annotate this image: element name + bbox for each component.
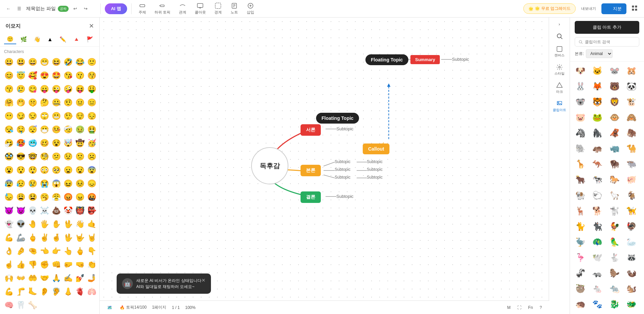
emoji-item[interactable]: 😲 — [27, 165, 38, 178]
emoji-item[interactable]: 😂 — [74, 57, 86, 70]
emoji-item[interactable]: 🦶 — [27, 286, 38, 299]
emoji-item[interactable]: 😢 — [27, 178, 38, 191]
emoji-item[interactable]: 😪 — [3, 124, 15, 137]
relation-button[interactable]: 관계 — [176, 1, 189, 16]
clipart-item[interactable]: 🐕 — [591, 205, 604, 217]
clipart-item[interactable]: 🐏 — [574, 189, 587, 202]
emoji-item[interactable]: 💪 — [3, 232, 15, 245]
clipart-item[interactable]: 🐄 — [591, 173, 604, 186]
emoji-item[interactable]: 🤒 — [51, 124, 62, 137]
emoji-item[interactable]: 🤏 — [27, 246, 38, 259]
emoji-item[interactable]: 🖐️ — [39, 219, 50, 232]
emoji-item[interactable]: 💅 — [74, 273, 86, 286]
emoji-item[interactable]: 🥺 — [51, 165, 62, 178]
emoji-item[interactable]: 🫁 — [86, 286, 97, 299]
emoji-item[interactable]: 👺 — [86, 205, 97, 218]
emoji-item[interactable]: 🤩 — [51, 70, 62, 83]
emoji-item[interactable]: 😟 — [63, 151, 74, 164]
clipart-item[interactable]: 🐓 — [608, 220, 621, 233]
emoji-item[interactable]: 🤞 — [51, 232, 62, 245]
clipart-item[interactable]: 🐇 — [608, 251, 621, 264]
emoji-tab-gesture[interactable]: 👋 — [31, 34, 43, 44]
emoji-item[interactable]: 😈 — [3, 205, 15, 218]
emoji-item[interactable]: 🙌 — [3, 273, 15, 286]
menu-button[interactable]: ☰ — [15, 4, 23, 13]
emoji-item[interactable]: 😃 — [15, 57, 26, 70]
clipart-item[interactable]: 🐉 — [608, 298, 621, 311]
emoji-item[interactable]: 🧠 — [3, 300, 15, 313]
emoji-item[interactable]: 🤚 — [27, 219, 38, 232]
emoji-item[interactable]: 👍 — [15, 259, 26, 272]
intro-node[interactable]: 서론 — [301, 124, 321, 136]
insert-button[interactable]: 삽입 — [244, 1, 257, 16]
center-node[interactable]: 독후감 — [251, 147, 288, 184]
emoji-item[interactable]: 😣 — [74, 178, 86, 191]
clipart-item[interactable]: 🦌 — [574, 205, 587, 217]
emoji-item[interactable]: 👿 — [15, 205, 26, 218]
emoji-item[interactable]: 😛 — [39, 84, 50, 97]
emoji-item[interactable]: 🖕 — [27, 232, 38, 245]
panel-toggle-button[interactable]: › — [557, 20, 561, 28]
emoji-item[interactable]: 🦻 — [51, 286, 62, 299]
canvas-area[interactable]: 독후감 Floating Topic Summary Subtopic Floa… — [100, 18, 549, 314]
emoji-item[interactable]: 😖 — [63, 178, 74, 191]
emoji-item[interactable]: 😒 — [27, 111, 38, 124]
map-view-button[interactable]: 🗺️ — [105, 304, 114, 311]
clipart-item[interactable]: 🐼 — [625, 80, 638, 93]
emoji-item[interactable]: 🤯 — [63, 138, 74, 151]
emoji-item[interactable]: 😑 — [86, 97, 97, 110]
emoji-item[interactable]: ✊ — [39, 259, 50, 272]
emoji-item[interactable]: 😐 — [74, 97, 86, 110]
clipart-item[interactable]: 🦝 — [625, 251, 638, 264]
clipart-item[interactable]: 🦓 — [574, 127, 587, 139]
clipart-item[interactable]: 🦘 — [591, 158, 604, 171]
mark-tab[interactable]: 마크 — [550, 79, 569, 97]
topic-button[interactable]: 주제 — [136, 1, 149, 16]
emoji-item[interactable]: 😎 — [15, 151, 26, 164]
mindmap-icon-button[interactable]: M — [505, 304, 512, 311]
emoji-item[interactable]: 👈 — [39, 246, 50, 259]
clipart-item[interactable]: 🐶 — [574, 64, 587, 77]
export-button[interactable]: 내보내기 — [578, 5, 599, 12]
emoji-item[interactable]: 🖕 — [74, 246, 86, 259]
clipart-item[interactable]: 🐘 — [574, 142, 587, 155]
emoji-item[interactable]: 🤙 — [86, 219, 97, 232]
emoji-item[interactable]: 👉 — [51, 246, 62, 259]
clipart-item[interactable]: 🐩 — [608, 205, 621, 217]
emoji-item[interactable]: 🤫 — [27, 97, 38, 110]
clipart-item[interactable]: 🦛 — [591, 142, 604, 155]
emoji-item[interactable]: 🖖 — [63, 219, 74, 232]
emoji-item[interactable]: 🤭 — [15, 97, 26, 110]
emoji-item[interactable]: 🦵 — [15, 286, 26, 299]
emoji-item[interactable]: 👽 — [15, 219, 26, 232]
emoji-item[interactable]: 😁 — [39, 57, 50, 70]
emoji-item[interactable]: 🤲 — [27, 273, 38, 286]
clipart-item[interactable]: 🐭 — [608, 64, 621, 77]
clipart-item[interactable]: 🐖 — [625, 173, 638, 186]
clipart-item[interactable]: 🐹 — [625, 64, 638, 77]
clipart-item[interactable]: 🦁 — [608, 96, 621, 108]
clipart-item[interactable]: 🐐 — [625, 189, 638, 202]
emoji-item[interactable]: 😙 — [3, 84, 15, 97]
apps-button[interactable] — [629, 3, 640, 15]
emoji-item[interactable]: 🥸 — [3, 151, 15, 164]
clipart-item[interactable]: 🐈‍⬛ — [591, 220, 604, 233]
clipart-item[interactable]: 🦮 — [625, 205, 638, 217]
clipart-item[interactable]: 🦨 — [574, 267, 587, 280]
clipart-item[interactable]: 🐃 — [625, 158, 638, 171]
emoji-item[interactable]: 🤟 — [74, 232, 86, 245]
emoji-item[interactable]: 🙂 — [86, 57, 97, 70]
emoji-item[interactable]: 🤬 — [86, 192, 97, 205]
emoji-item[interactable]: ✍️ — [63, 273, 74, 286]
upgrade-button[interactable]: 🌟 🌟 무료 업그레이드 — [523, 3, 576, 14]
emoji-tab-nature[interactable]: 🌿 — [18, 34, 30, 44]
clipart-item[interactable]: 🐵 — [608, 111, 621, 124]
floating-topic-2[interactable]: Floating Topic — [316, 113, 359, 124]
emoji-item[interactable]: 😦 — [63, 165, 74, 178]
clipart-item[interactable]: 🐈 — [574, 220, 587, 233]
emoji-item[interactable]: 👆 — [63, 246, 74, 259]
emoji-item[interactable]: 🤛 — [63, 259, 74, 272]
emoji-tab-triangle[interactable]: 🔺 — [70, 34, 82, 44]
clipart-item[interactable]: 🙈 — [625, 111, 638, 124]
emoji-item[interactable]: 💪 — [3, 286, 15, 299]
